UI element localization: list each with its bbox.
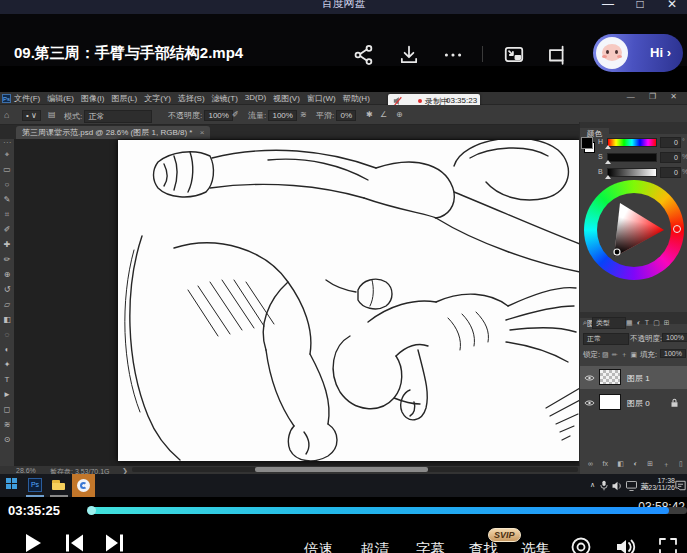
ps-flow-value: 100% — [268, 110, 296, 121]
saturation-slider — [607, 153, 657, 162]
fullscreen-icon — [657, 536, 679, 553]
progress-bar[interactable] — [88, 507, 687, 514]
tool-zoom-icon: ⊙ — [0, 432, 14, 447]
quality-button[interactable]: 超清 — [360, 540, 389, 553]
app-window: 百度网盘 — □ ✕ 09.第三周：手臂与手部结构2.mp4 — [0, 0, 687, 553]
ps-tab-bar: 第三周课堂示范.psd @ 28.6% (图层 1, RGB/8) * × — [0, 125, 580, 139]
tray-time: 17:38 — [640, 477, 675, 484]
tool-lasso-icon: ○ — [0, 177, 14, 192]
minimize-button[interactable]: — — [600, 0, 616, 11]
lock-position-icon: ＋ — [621, 351, 631, 358]
tool-history-brush-icon: ↺ — [0, 282, 14, 297]
more-icon — [442, 44, 464, 66]
picture-in-picture-icon — [503, 44, 525, 66]
saturation-slider-row: S 0 % — [598, 152, 686, 161]
share-button[interactable] — [353, 44, 375, 66]
layers-group-icon: ⊞ — [647, 460, 653, 470]
layer1-name: 图层 1 — [627, 373, 650, 384]
tool-shape-icon: ◻ — [0, 402, 14, 417]
previous-button[interactable] — [62, 531, 86, 553]
header-divider — [482, 46, 483, 62]
ps-menu-file: 文件(F) — [14, 93, 40, 104]
layers-adjustment-icon: ◐ — [634, 460, 638, 470]
tray-volume-icon — [612, 481, 623, 491]
ps-toolbox: ⋯ ⌖▭○✎⌗✐✚✏⊕↺▱◧◌◐✦T►◻≋⊙ — [0, 139, 15, 474]
tool-gradient-icon: ◧ — [0, 312, 14, 327]
ps-horizontal-scrollbar — [132, 467, 578, 472]
ps-brush-preset-icon: • ∨ — [22, 110, 41, 121]
saturation-value: 0 — [660, 152, 681, 163]
svip-badge: SVIP — [488, 528, 521, 542]
tool-path-select-icon: ► — [0, 387, 14, 402]
recording-dot-icon — [418, 99, 422, 103]
ps-airbrush-icon: ≋ — [300, 110, 307, 119]
layer0-lock-icon — [670, 398, 679, 408]
pip-button[interactable] — [503, 44, 525, 66]
next-button[interactable] — [103, 531, 127, 553]
volume-icon — [614, 536, 636, 553]
layers-filter-kind: 类型 — [592, 317, 626, 329]
playlist-button[interactable]: 选集 — [521, 540, 550, 553]
ps-menu-image: 图像(I) — [81, 93, 105, 104]
video-surface[interactable]: Ps 文件(F) 编辑(E) 图像(I) 图层(L) 文字(Y) 选择(S) 滤… — [0, 92, 687, 497]
ps-scrollbar-thumb — [255, 467, 428, 472]
tool-eraser-icon: ▱ — [0, 297, 14, 312]
filter-type-icon: T — [645, 319, 653, 326]
play-icon — [20, 531, 44, 553]
sketch-bent-arm — [125, 236, 337, 461]
previous-icon — [62, 531, 86, 553]
fullscreen-button[interactable] — [657, 536, 679, 553]
play-button[interactable] — [20, 531, 44, 553]
avatar — [596, 37, 628, 69]
taskbar: Ps ∧ — [0, 474, 687, 497]
sketch-starburst — [546, 388, 580, 440]
tool-crop-icon: ⌗ — [0, 207, 14, 222]
download-icon — [398, 44, 420, 66]
ps-menu-bar: Ps 文件(F) 编辑(E) 图像(I) 图层(L) 文字(Y) 选择(S) 滤… — [0, 92, 687, 105]
ps-status-bar: 28.6% 暂存盘: 3.53/70.1G ❯ — [0, 466, 580, 474]
audio-mode-button[interactable] — [570, 536, 592, 553]
volume-button[interactable] — [614, 536, 636, 553]
layer1-visibility-icon — [584, 374, 595, 382]
ps-menu-select: 选择(S) — [178, 93, 205, 104]
layers-fill-value: 100% — [660, 349, 686, 358]
tool-hand-icon: ≋ — [0, 417, 14, 432]
layer1-thumbnail — [599, 369, 621, 385]
subtitles-button[interactable]: 字幕 — [416, 540, 445, 553]
more-button[interactable] — [442, 44, 464, 66]
account-button[interactable]: Hi › — [593, 34, 683, 72]
ps-right-panel: 颜色 H 0 ° S 0 % B 0 — [579, 122, 687, 474]
hue-slider — [607, 138, 657, 147]
layers-blend-row: 正常 不透明度: 100% — [580, 332, 687, 345]
ps-menu-3d: 3D(D) — [245, 93, 266, 104]
taskbar-explorer-icon — [52, 480, 65, 490]
layer-row-0: 图层 0 — [580, 391, 687, 414]
speed-button[interactable]: 倍速 — [304, 540, 333, 553]
ps-menu-window: 窗口(W) — [307, 93, 336, 104]
download-button[interactable] — [398, 44, 420, 66]
ps-angle-icon: ∠ — [380, 110, 387, 119]
brightness-value: 0 — [660, 167, 681, 178]
ps-menu-filter: 滤镜(T) — [212, 93, 238, 104]
layers-link-icon: ∞ — [588, 460, 593, 470]
lock-all-icon: ▣ — [631, 351, 641, 358]
header: 09.第三周：手臂与手部结构2.mp4 — [0, 14, 687, 66]
lock-pixels-icon: ✏ — [612, 351, 621, 358]
app-title: 百度网盘 — [322, 0, 366, 11]
mini-player-button[interactable] — [545, 44, 567, 66]
layers-opacity-value: 100% — [662, 333, 687, 342]
tool-blur-icon: ◌ — [0, 327, 14, 342]
current-time: 03:35:25 — [8, 503, 60, 518]
layers-panel-footer: ∞fx◧◐⊞＋▯ — [588, 460, 683, 470]
window-titlebar: 百度网盘 — □ ✕ — [0, 0, 687, 14]
player-controls: 倍速 超清 字幕 查找 选集 SVIP — [0, 524, 687, 553]
audio-mode-icon — [570, 536, 592, 553]
tray-clock: 17:38 2023/11/26 — [640, 477, 675, 491]
maximize-button[interactable]: □ — [632, 0, 648, 11]
close-button[interactable]: ✕ — [664, 0, 680, 11]
tool-marquee-icon: ▭ — [0, 162, 14, 177]
mini-player-icon — [545, 44, 567, 66]
lock-transparent-icon: ▨ — [602, 351, 612, 358]
taskbar-recorder-app — [72, 474, 95, 497]
tray-network-icon — [626, 481, 637, 491]
